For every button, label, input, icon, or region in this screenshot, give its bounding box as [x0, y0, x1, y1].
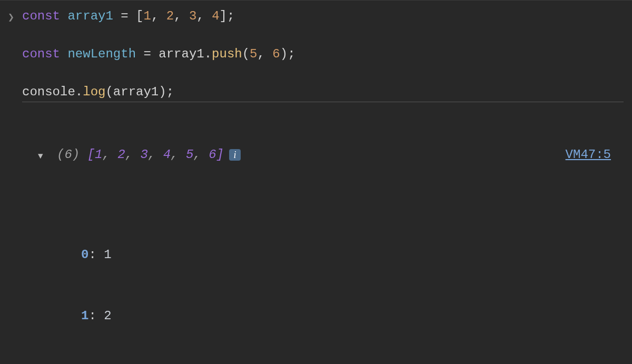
source-link[interactable]: VM47:5	[566, 145, 611, 164]
semicolon: ;	[227, 9, 234, 23]
array-summary[interactable]: (6) [1, 2, 3, 4, 5, 6]	[57, 145, 224, 164]
method-log: log	[83, 85, 105, 99]
var-array1: array1	[67, 9, 113, 23]
num-lit: 5	[250, 47, 257, 61]
input-prompt-icon: ❯	[0, 7, 22, 364]
disclosure-triangle-icon[interactable]	[38, 147, 57, 163]
ident-console: console	[22, 85, 75, 99]
bracket-open: [	[136, 9, 143, 23]
keyword-const: const	[22, 9, 60, 23]
method-push: push	[212, 47, 242, 61]
console-input-row: ❯ const array1 = [1, 2, 3, 4]; const new…	[0, 0, 632, 364]
num-lit: 4	[212, 9, 219, 23]
op-eq: =	[121, 9, 128, 23]
op-eq: =	[143, 47, 151, 61]
array-properties: 0: 1 1: 2 2: 3 3: 4 4: 5 5: 6 length: 6 …	[22, 202, 624, 364]
info-icon[interactable]: i	[229, 149, 241, 161]
ident-array1: array1	[159, 47, 204, 61]
num-lit: 3	[189, 9, 196, 23]
num-lit: 6	[272, 47, 280, 61]
num-lit: 1	[143, 9, 151, 23]
array-entry[interactable]: 0: 1	[81, 243, 624, 267]
array-length-summary: (6)	[57, 147, 80, 162]
console-output-row: (6) [1, 2, 3, 4, 5, 6] i VM47:5 0: 1 1: …	[22, 102, 624, 364]
arg-array1: array1	[113, 85, 159, 99]
keyword-const: const	[22, 47, 60, 61]
output-summary-line[interactable]: (6) [1, 2, 3, 4, 5, 6] i VM47:5	[22, 145, 624, 164]
console-input-code[interactable]: const array1 = [1, 2, 3, 4]; const newLe…	[22, 7, 632, 364]
bracket-close: ]	[220, 9, 227, 23]
num-lit: 2	[166, 9, 174, 23]
array-entry[interactable]: 1: 2	[81, 304, 624, 328]
var-newLength: newLength	[67, 47, 136, 61]
